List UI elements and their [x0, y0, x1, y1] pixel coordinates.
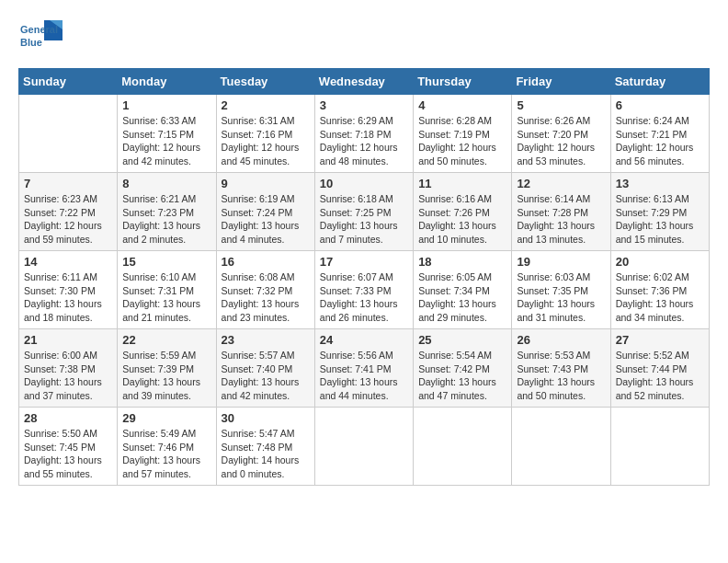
- calendar-cell: 23Sunrise: 5:57 AMSunset: 7:40 PMDayligh…: [216, 329, 314, 408]
- day-header-friday: Friday: [512, 69, 610, 95]
- day-info: Sunrise: 6:16 AMSunset: 7:26 PMDaylight:…: [418, 192, 506, 247]
- day-number: 20: [616, 255, 704, 269]
- svg-text:General: General: [20, 24, 58, 35]
- day-number: 24: [320, 333, 408, 347]
- calendar-cell: 16Sunrise: 6:08 AMSunset: 7:32 PMDayligh…: [216, 251, 314, 329]
- calendar-cell: 8Sunrise: 6:21 AMSunset: 7:23 PMDaylight…: [118, 173, 216, 251]
- calendar-cell: 25Sunrise: 5:54 AMSunset: 7:42 PMDayligh…: [414, 329, 512, 408]
- calendar-cell: [610, 408, 709, 486]
- day-info: Sunrise: 5:54 AMSunset: 7:42 PMDaylight:…: [418, 349, 506, 403]
- day-info: Sunrise: 6:10 AMSunset: 7:31 PMDaylight:…: [122, 270, 210, 325]
- calendar-cell: 6Sunrise: 6:24 AMSunset: 7:21 PMDaylight…: [610, 95, 709, 173]
- calendar-cell: 4Sunrise: 6:28 AMSunset: 7:19 PMDaylight…: [414, 95, 512, 173]
- day-info: Sunrise: 6:18 AMSunset: 7:25 PMDaylight:…: [320, 192, 408, 247]
- calendar-table: SundayMondayTuesdayWednesdayThursdayFrid…: [18, 68, 710, 486]
- day-info: Sunrise: 6:29 AMSunset: 7:18 PMDaylight:…: [320, 114, 408, 168]
- calendar-cell: 22Sunrise: 5:59 AMSunset: 7:39 PMDayligh…: [118, 329, 216, 408]
- calendar-cell: 9Sunrise: 6:19 AMSunset: 7:24 PMDaylight…: [216, 173, 314, 251]
- day-number: 30: [222, 411, 310, 425]
- calendar-cell: 28Sunrise: 5:50 AMSunset: 7:45 PMDayligh…: [19, 408, 118, 486]
- day-info: Sunrise: 6:11 AMSunset: 7:30 PMDaylight:…: [24, 270, 112, 325]
- header: General Blue: [18, 18, 710, 59]
- day-number: 17: [320, 255, 408, 269]
- day-info: Sunrise: 5:53 AMSunset: 7:43 PMDaylight:…: [517, 349, 605, 403]
- day-number: 11: [418, 177, 506, 190]
- calendar-cell: [512, 408, 610, 486]
- day-number: 12: [517, 177, 605, 190]
- week-row-5: 28Sunrise: 5:50 AMSunset: 7:45 PMDayligh…: [19, 408, 710, 486]
- day-number: 19: [517, 255, 605, 269]
- calendar-cell: 18Sunrise: 6:05 AMSunset: 7:34 PMDayligh…: [414, 251, 512, 329]
- logo-svg: General Blue: [18, 18, 64, 59]
- day-info: Sunrise: 6:21 AMSunset: 7:23 PMDaylight:…: [122, 192, 210, 247]
- day-info: Sunrise: 5:59 AMSunset: 7:39 PMDaylight:…: [122, 349, 210, 403]
- day-info: Sunrise: 6:00 AMSunset: 7:38 PMDaylight:…: [24, 349, 112, 403]
- calendar-cell: 15Sunrise: 6:10 AMSunset: 7:31 PMDayligh…: [118, 251, 216, 329]
- day-info: Sunrise: 6:13 AMSunset: 7:29 PMDaylight:…: [616, 192, 704, 247]
- calendar-cell: 3Sunrise: 6:29 AMSunset: 7:18 PMDaylight…: [314, 95, 413, 173]
- day-number: 3: [320, 98, 408, 112]
- day-header-tuesday: Tuesday: [216, 69, 314, 95]
- calendar-cell: 12Sunrise: 6:14 AMSunset: 7:28 PMDayligh…: [512, 173, 610, 251]
- day-number: 7: [24, 177, 112, 190]
- logo: General Blue: [18, 18, 64, 59]
- day-number: 28: [24, 411, 112, 425]
- day-number: 25: [418, 333, 506, 347]
- day-info: Sunrise: 5:47 AMSunset: 7:48 PMDaylight:…: [222, 427, 310, 481]
- day-info: Sunrise: 6:03 AMSunset: 7:35 PMDaylight:…: [517, 270, 605, 325]
- day-number: 15: [122, 255, 210, 269]
- calendar-cell: 29Sunrise: 5:49 AMSunset: 7:46 PMDayligh…: [118, 408, 216, 486]
- day-info: Sunrise: 5:49 AMSunset: 7:46 PMDaylight:…: [122, 427, 210, 481]
- calendar-cell: 5Sunrise: 6:26 AMSunset: 7:20 PMDaylight…: [512, 95, 610, 173]
- day-info: Sunrise: 6:24 AMSunset: 7:21 PMDaylight:…: [616, 114, 704, 168]
- calendar-cell: [314, 408, 413, 486]
- day-header-wednesday: Wednesday: [314, 69, 413, 95]
- day-info: Sunrise: 6:31 AMSunset: 7:16 PMDaylight:…: [222, 114, 310, 168]
- calendar-cell: 14Sunrise: 6:11 AMSunset: 7:30 PMDayligh…: [19, 251, 118, 329]
- day-number: 6: [616, 98, 704, 112]
- calendar-cell: [19, 95, 118, 173]
- calendar-cell: 21Sunrise: 6:00 AMSunset: 7:38 PMDayligh…: [19, 329, 118, 408]
- day-info: Sunrise: 6:14 AMSunset: 7:28 PMDaylight:…: [517, 192, 605, 247]
- day-info: Sunrise: 5:50 AMSunset: 7:45 PMDaylight:…: [24, 427, 112, 481]
- day-header-saturday: Saturday: [610, 69, 709, 95]
- day-number: 23: [222, 333, 310, 347]
- day-info: Sunrise: 6:08 AMSunset: 7:32 PMDaylight:…: [222, 270, 310, 325]
- day-info: Sunrise: 6:23 AMSunset: 7:22 PMDaylight:…: [24, 192, 112, 247]
- day-number: 26: [517, 333, 605, 347]
- day-info: Sunrise: 5:56 AMSunset: 7:41 PMDaylight:…: [320, 349, 408, 403]
- week-row-1: 1Sunrise: 6:33 AMSunset: 7:15 PMDaylight…: [19, 95, 710, 173]
- day-info: Sunrise: 6:33 AMSunset: 7:15 PMDaylight:…: [122, 114, 210, 168]
- day-info: Sunrise: 5:57 AMSunset: 7:40 PMDaylight:…: [222, 349, 310, 403]
- day-number: 14: [24, 255, 112, 269]
- day-number: 21: [24, 333, 112, 347]
- day-header-thursday: Thursday: [414, 69, 512, 95]
- calendar-cell: 10Sunrise: 6:18 AMSunset: 7:25 PMDayligh…: [314, 173, 413, 251]
- day-number: 2: [222, 98, 310, 112]
- calendar-cell: 11Sunrise: 6:16 AMSunset: 7:26 PMDayligh…: [414, 173, 512, 251]
- day-header-monday: Monday: [118, 69, 216, 95]
- calendar-cell: 2Sunrise: 6:31 AMSunset: 7:16 PMDaylight…: [216, 95, 314, 173]
- day-info: Sunrise: 6:19 AMSunset: 7:24 PMDaylight:…: [222, 192, 310, 247]
- calendar-cell: 1Sunrise: 6:33 AMSunset: 7:15 PMDaylight…: [118, 95, 216, 173]
- day-info: Sunrise: 6:07 AMSunset: 7:33 PMDaylight:…: [320, 270, 408, 325]
- svg-text:Blue: Blue: [20, 37, 42, 48]
- calendar-cell: 27Sunrise: 5:52 AMSunset: 7:44 PMDayligh…: [610, 329, 709, 408]
- calendar-cell: 7Sunrise: 6:23 AMSunset: 7:22 PMDaylight…: [19, 173, 118, 251]
- header-row: SundayMondayTuesdayWednesdayThursdayFrid…: [19, 69, 710, 95]
- calendar-cell: 30Sunrise: 5:47 AMSunset: 7:48 PMDayligh…: [216, 408, 314, 486]
- day-number: 22: [122, 333, 210, 347]
- day-info: Sunrise: 6:28 AMSunset: 7:19 PMDaylight:…: [418, 114, 506, 168]
- day-info: Sunrise: 5:52 AMSunset: 7:44 PMDaylight:…: [616, 349, 704, 403]
- week-row-3: 14Sunrise: 6:11 AMSunset: 7:30 PMDayligh…: [19, 251, 710, 329]
- calendar-cell: [414, 408, 512, 486]
- calendar-cell: 24Sunrise: 5:56 AMSunset: 7:41 PMDayligh…: [314, 329, 413, 408]
- day-header-sunday: Sunday: [19, 69, 118, 95]
- day-info: Sunrise: 6:26 AMSunset: 7:20 PMDaylight:…: [517, 114, 605, 168]
- week-row-2: 7Sunrise: 6:23 AMSunset: 7:22 PMDaylight…: [19, 173, 710, 251]
- calendar-cell: 13Sunrise: 6:13 AMSunset: 7:29 PMDayligh…: [610, 173, 709, 251]
- day-number: 27: [616, 333, 704, 347]
- calendar-cell: 20Sunrise: 6:02 AMSunset: 7:36 PMDayligh…: [610, 251, 709, 329]
- day-number: 18: [418, 255, 506, 269]
- calendar-cell: 26Sunrise: 5:53 AMSunset: 7:43 PMDayligh…: [512, 329, 610, 408]
